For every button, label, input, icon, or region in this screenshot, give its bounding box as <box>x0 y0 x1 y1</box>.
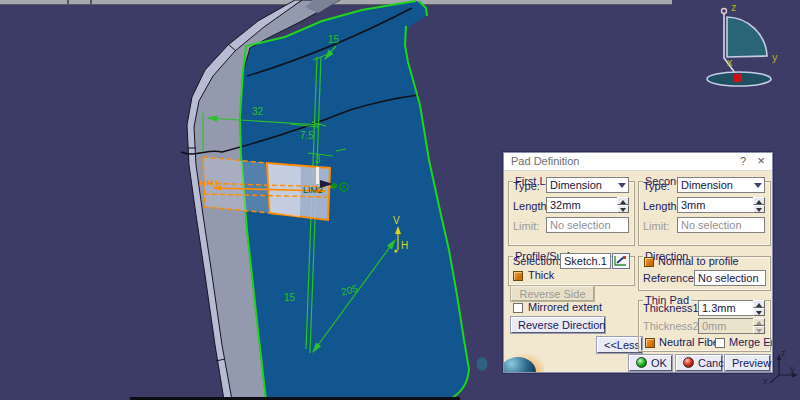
first-length-input[interactable]: 32mm <box>546 197 618 213</box>
mirrored-extent-label[interactable]: Mirrored extent <box>528 301 602 313</box>
second-length-spinner[interactable] <box>753 197 765 213</box>
spin-up-icon[interactable] <box>753 197 765 205</box>
cancel-red-icon <box>683 357 694 368</box>
second-length-label: Length: <box>643 200 680 212</box>
normal-to-profile-checkbox[interactable] <box>644 257 654 267</box>
neutral-fiber-checkbox[interactable] <box>645 338 655 348</box>
thickness2-label: Thickness2: <box>643 320 702 332</box>
thickness2-spinner <box>753 318 765 334</box>
compass-x-label: x <box>727 56 733 68</box>
merge-ends-label[interactable]: Merge Ends <box>729 336 773 348</box>
compass-center-handle[interactable] <box>734 74 742 82</box>
selected-edge-highlight <box>316 167 319 184</box>
sketch-selector-button[interactable] <box>612 253 630 269</box>
dim-7_5: 7.5 <box>300 130 314 141</box>
spin-up-icon <box>753 318 765 326</box>
second-type-value: Dimension <box>681 179 733 191</box>
first-length-label: Length: <box>513 200 550 212</box>
spin-down-icon[interactable] <box>753 205 765 213</box>
h-axis-label: H <box>401 240 408 251</box>
compass-z-label: z <box>731 1 737 13</box>
spin-up-icon[interactable] <box>753 300 765 308</box>
ok-green-icon <box>636 357 647 368</box>
thick-label[interactable]: Thick <box>528 269 554 281</box>
sketch-icon <box>613 254 629 268</box>
preview-button[interactable]: Preview <box>725 355 770 371</box>
thick-checkbox[interactable] <box>513 271 523 281</box>
second-length-input[interactable]: 3mm <box>677 197 754 213</box>
sphere-artifact <box>477 357 488 371</box>
selection-label: Selection: <box>513 255 561 267</box>
reference-label: Reference: <box>643 272 697 284</box>
first-type-combo[interactable]: Dimension <box>546 177 629 193</box>
second-limit-label: Limit: <box>643 220 669 232</box>
first-limit-label: Limit: <box>513 220 539 232</box>
triad-y-label: y <box>790 364 795 374</box>
less-button[interactable]: <<Less <box>597 337 642 353</box>
spin-down-icon[interactable] <box>617 205 629 213</box>
render-sphere-decoration <box>503 349 540 373</box>
first-length-spinner[interactable] <box>617 197 629 213</box>
dim-15-top: 15 <box>328 34 340 45</box>
pad-definition-dialog[interactable]: Pad Definition ? × First Limit Type: Dim… <box>503 152 773 373</box>
ok-button[interactable]: OK <box>629 355 672 371</box>
dialog-titlebar[interactable]: Pad Definition ? × <box>504 153 772 171</box>
triad-z-label: z <box>781 348 786 358</box>
normal-to-profile-label[interactable]: Normal to profile <box>658 255 739 267</box>
first-type-value: Dimension <box>550 179 602 191</box>
chevron-down-icon[interactable] <box>618 183 626 188</box>
first-limit-input: No selection <box>546 217 629 233</box>
second-limit-input: No selection <box>677 217 765 233</box>
lim1-label[interactable]: LIM1 <box>199 178 219 188</box>
lim2-label[interactable]: LIM2 <box>303 185 323 195</box>
thickness1-spinner[interactable] <box>753 300 765 316</box>
spin-up-icon[interactable] <box>617 197 629 205</box>
second-type-combo[interactable]: Dimension <box>677 177 765 193</box>
spin-down-icon <box>753 326 765 334</box>
first-type-label: Type: <box>513 180 540 192</box>
chevron-down-icon[interactable] <box>754 183 762 188</box>
selection-input[interactable]: Sketch.1 <box>560 253 611 269</box>
dialog-title: Pad Definition <box>511 155 580 167</box>
reverse-side-button: Reverse Side <box>511 286 594 301</box>
reference-input[interactable]: No selection <box>694 270 766 286</box>
catia-viewport: 32 7.5 3 15 15 205 LIM1 LIM2 V H z x y <box>0 0 800 400</box>
cancel-button[interactable]: Cancel <box>676 355 722 371</box>
second-type-label: Type: <box>643 180 670 192</box>
anchor-point-icon <box>331 183 337 189</box>
triad-x-label: x <box>763 376 768 386</box>
dim-3: 3 <box>315 154 321 165</box>
reverse-direction-button[interactable]: Reverse Direction <box>511 317 605 333</box>
compass-y-label: y <box>772 51 778 63</box>
thickness1-label: Thickness1 <box>643 302 699 314</box>
merge-ends-checkbox[interactable] <box>715 338 725 348</box>
close-icon[interactable]: × <box>754 154 768 168</box>
spin-down-icon[interactable] <box>753 308 765 316</box>
mirrored-extent-checkbox[interactable] <box>513 303 523 313</box>
help-icon[interactable]: ? <box>736 154 750 168</box>
dim-32: 32 <box>252 106 264 117</box>
thickness1-input[interactable]: 1.3mm <box>698 300 754 316</box>
thickness2-input: 0mm <box>698 318 754 334</box>
dim-15-bottom: 15 <box>284 292 296 303</box>
ok-label: OK <box>651 357 667 369</box>
v-axis-label: V <box>393 215 400 226</box>
neutral-fiber-label[interactable]: Neutral Fiber <box>659 336 723 348</box>
